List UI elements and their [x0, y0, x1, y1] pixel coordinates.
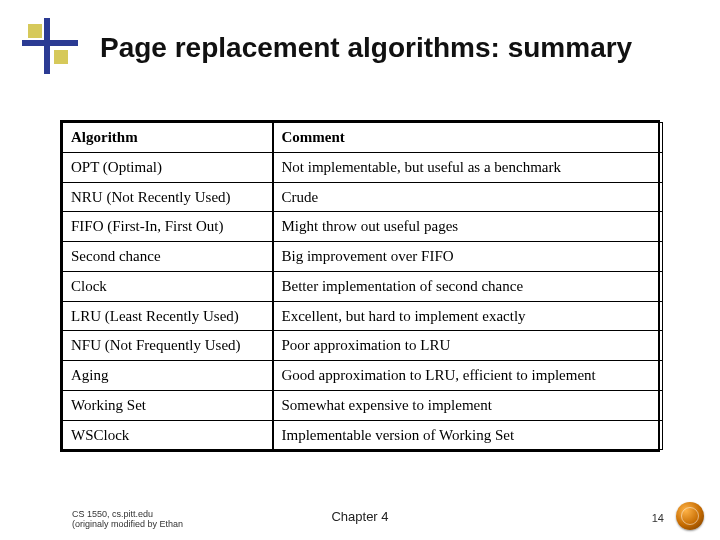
slide-corner-decoration — [32, 28, 72, 68]
cell-algorithm: Clock — [63, 271, 273, 301]
cell-comment: Good approximation to LRU, efficient to … — [273, 361, 663, 391]
table-row: NFU (Not Frequently Used) Poor approxima… — [63, 331, 663, 361]
header-comment: Comment — [273, 123, 663, 153]
cell-comment: Somewhat expensive to implement — [273, 390, 663, 420]
summary-table: Algorithm Comment OPT (Optimal) Not impl… — [60, 120, 660, 452]
header-algorithm: Algorithm — [63, 123, 273, 153]
table-row: Aging Good approximation to LRU, efficie… — [63, 361, 663, 391]
table-row: Clock Better implementation of second ch… — [63, 271, 663, 301]
cell-algorithm: OPT (Optimal) — [63, 152, 273, 182]
table-row: LRU (Least Recently Used) Excellent, but… — [63, 301, 663, 331]
cell-comment: Better implementation of second chance — [273, 271, 663, 301]
slide-footer: CS 1550, cs.pitt.edu (originaly modified… — [0, 500, 720, 534]
table-row: NRU (Not Recently Used) Crude — [63, 182, 663, 212]
cell-algorithm: WSClock — [63, 420, 273, 450]
cell-comment: Not implementable, but useful as a bench… — [273, 152, 663, 182]
cell-algorithm: Aging — [63, 361, 273, 391]
cell-comment: Might throw out useful pages — [273, 212, 663, 242]
table-header-row: Algorithm Comment — [63, 123, 663, 153]
table-row: WSClock Implementable version of Working… — [63, 420, 663, 450]
cell-comment: Crude — [273, 182, 663, 212]
cell-algorithm: Working Set — [63, 390, 273, 420]
cell-algorithm: FIFO (First-In, First Out) — [63, 212, 273, 242]
table-row: OPT (Optimal) Not implementable, but use… — [63, 152, 663, 182]
table-row: FIFO (First-In, First Out) Might throw o… — [63, 212, 663, 242]
cell-comment: Poor approximation to LRU — [273, 331, 663, 361]
cell-algorithm: NRU (Not Recently Used) — [63, 182, 273, 212]
cell-algorithm: NFU (Not Frequently Used) — [63, 331, 273, 361]
cell-comment: Implementable version of Working Set — [273, 420, 663, 450]
slide-title: Page replacement algorithms: summary — [100, 32, 632, 64]
table-row: Second chance Big improvement over FIFO — [63, 242, 663, 272]
cell-algorithm: LRU (Least Recently Used) — [63, 301, 273, 331]
footer-chapter: Chapter 4 — [0, 509, 720, 524]
cell-comment: Excellent, but hard to implement exactly — [273, 301, 663, 331]
footer-page-number: 14 — [652, 512, 664, 524]
table-row: Working Set Somewhat expensive to implem… — [63, 390, 663, 420]
university-seal-icon — [676, 502, 704, 530]
cell-comment: Big improvement over FIFO — [273, 242, 663, 272]
cell-algorithm: Second chance — [63, 242, 273, 272]
